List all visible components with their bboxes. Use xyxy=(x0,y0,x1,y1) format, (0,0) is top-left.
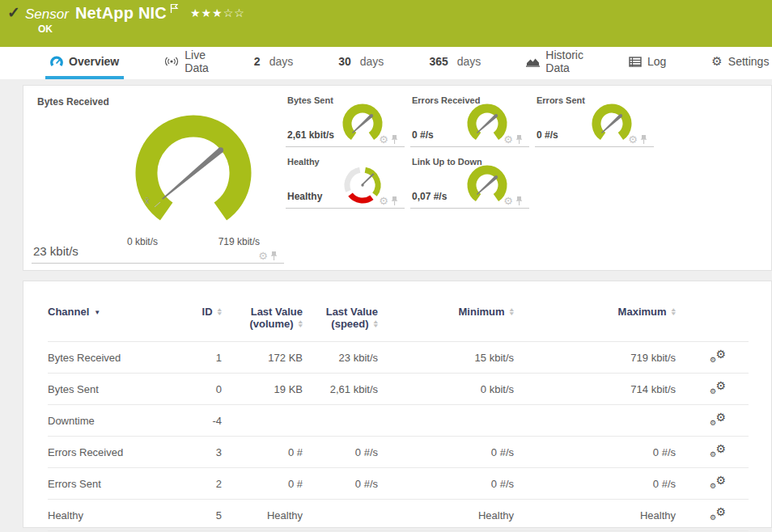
tab-settings[interactable]: ⚙ Settings xyxy=(706,47,772,79)
tab-overview[interactable]: Overview xyxy=(45,47,124,79)
sort-icon: ▲▼ xyxy=(217,308,222,316)
priority-stars[interactable]: ★★★☆☆ xyxy=(190,6,245,19)
gauge-settings-gear-icon[interactable]: ⚙ xyxy=(258,251,268,261)
sensor-type-label: Sensor xyxy=(25,6,69,23)
pin-icon[interactable] xyxy=(640,134,647,145)
pin-icon[interactable] xyxy=(270,251,278,261)
table-header-row: Channel▼ ID▲▼ Last Value (volume)▲▼ Last… xyxy=(48,301,749,342)
channel-settings-gears-icon[interactable]: ⚙⚙ xyxy=(710,507,726,521)
sensor-name: NetApp NIC xyxy=(75,4,167,23)
average-marker: x̄ xyxy=(145,196,150,205)
log-list-icon xyxy=(629,57,642,67)
sort-icon: ▲▼ xyxy=(298,320,303,328)
gauge-max-label: 719 kbit/s xyxy=(218,236,260,247)
gauge-errors-sent[interactable]: Errors Sent 0 #/s ⚙ xyxy=(535,94,654,147)
gauge-min-label: 0 kbit/s xyxy=(127,236,158,247)
area-chart-icon xyxy=(526,56,540,67)
sort-icon: ▲▼ xyxy=(509,308,514,316)
tab-30-days[interactable]: 30days xyxy=(333,47,388,79)
tab-2-days[interactable]: 2days xyxy=(249,47,298,79)
channel-settings-gears-icon[interactable]: ⚙⚙ xyxy=(710,349,726,363)
tab-log[interactable]: Log xyxy=(624,47,671,79)
pin-icon[interactable] xyxy=(515,134,523,145)
gauge-settings-gear-icon[interactable]: ⚙ xyxy=(503,196,513,206)
tab-historic-data[interactable]: Historic Data xyxy=(521,47,588,79)
gauge-title: Bytes Received xyxy=(37,96,109,108)
gauge-settings-gear-icon[interactable]: ⚙ xyxy=(379,196,388,206)
sensor-status-badge: OK xyxy=(38,23,53,35)
pin-icon[interactable] xyxy=(515,196,523,206)
col-header-maximum[interactable]: Maximum▲▼ xyxy=(514,301,676,342)
sort-icon: ▲▼ xyxy=(671,308,676,316)
col-header-channel[interactable]: Channel▼ xyxy=(48,301,177,342)
bytes-received-dial: x̄ xyxy=(122,102,265,243)
gauge-link-up-to-down[interactable]: Link Up to Down 0,07 #/s ⚙ xyxy=(410,155,529,209)
gauges-panel: Bytes Received x̄ 0 kbit/s 719 kbit/s 23… xyxy=(23,85,772,271)
channel-settings-gears-icon[interactable]: ⚙⚙ xyxy=(710,444,726,458)
channel-table: Channel▼ ID▲▼ Last Value (volume)▲▼ Last… xyxy=(48,301,749,532)
table-row: Errors Sent 2 0 # 0 #/s 0 #/s 0 #/s ⚙⚙ xyxy=(48,468,749,500)
table-row: Errors Received 3 0 # 0 #/s 0 #/s 0 #/s … xyxy=(48,437,749,468)
gauge-value: 23 kbit/s xyxy=(33,244,78,258)
broadcast-icon xyxy=(164,56,179,67)
status-check-icon: ✓ xyxy=(7,3,20,22)
col-header-minimum[interactable]: Minimum▲▼ xyxy=(378,301,514,342)
gear-icon: ⚙ xyxy=(711,54,722,69)
col-header-last-volume[interactable]: Last Value (volume)▲▼ xyxy=(222,301,303,342)
tab-bar: Overview Live Data 2days 30days 365days xyxy=(0,47,772,79)
table-row: Downtime -4 ⚙⚙ xyxy=(48,405,749,437)
pin-icon[interactable] xyxy=(391,196,398,206)
gauge-settings-gear-icon[interactable]: ⚙ xyxy=(628,134,638,145)
gauge-bytes-received[interactable]: Bytes Received x̄ 0 kbit/s 719 kbit/s 23… xyxy=(32,94,284,264)
gauge-tab-icon xyxy=(50,56,63,67)
tab-365-days[interactable]: 365days xyxy=(424,47,486,79)
gauge-settings-gear-icon[interactable]: ⚙ xyxy=(379,134,388,145)
tab-live-data[interactable]: Live Data xyxy=(159,47,214,79)
channel-settings-gears-icon[interactable]: ⚙⚙ xyxy=(710,381,726,395)
sensor-header: ✓ Sensor NetApp NIC ★★★☆☆ OK xyxy=(0,0,772,47)
gauge-bytes-sent[interactable]: Bytes Sent 2,61 kbit/s ⚙ xyxy=(286,94,405,147)
sort-desc-icon: ▼ xyxy=(94,309,100,316)
table-row: Bytes Sent 0 19 KB 2,61 kbit/s 0 kbit/s … xyxy=(48,374,749,405)
sort-icon: ▲▼ xyxy=(373,320,378,328)
channel-settings-gears-icon[interactable]: ⚙⚙ xyxy=(710,412,726,426)
gauge-settings-gear-icon[interactable]: ⚙ xyxy=(503,134,513,145)
gauge-healthy[interactable]: Healthy Healthy ⚙ xyxy=(286,155,405,209)
table-row: Healthy 5 Healthy Healthy Healthy ⚙⚙ xyxy=(48,500,749,531)
table-row: Bytes Received 1 172 KB 23 kbit/s 15 kbi… xyxy=(48,342,749,374)
pin-icon[interactable] xyxy=(391,134,398,145)
col-header-last-speed[interactable]: Last Value (speed)▲▼ xyxy=(303,301,378,342)
flag-icon[interactable] xyxy=(170,2,179,17)
col-header-id[interactable]: ID▲▼ xyxy=(177,301,222,342)
gauge-errors-received[interactable]: Errors Received 0 #/s ⚙ xyxy=(410,94,529,147)
small-gauge-grid: Bytes Sent 2,61 kbit/s ⚙ Errors Received… xyxy=(284,86,771,270)
channel-settings-gears-icon[interactable]: ⚙⚙ xyxy=(710,475,726,489)
channel-table-panel: Channel▼ ID▲▼ Last Value (volume)▲▼ Last… xyxy=(23,281,772,528)
